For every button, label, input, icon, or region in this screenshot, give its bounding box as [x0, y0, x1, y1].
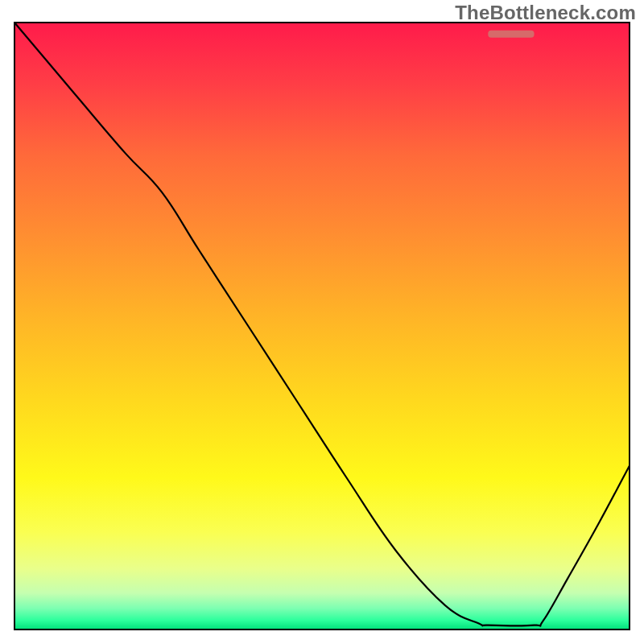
plot-background — [14, 23, 630, 630]
watermark-text: TheBottleneck.com — [455, 2, 636, 24]
chart-svg — [0, 0, 644, 644]
chart-canvas: TheBottleneck.com — [0, 0, 644, 644]
optimum-marker — [488, 31, 534, 38]
